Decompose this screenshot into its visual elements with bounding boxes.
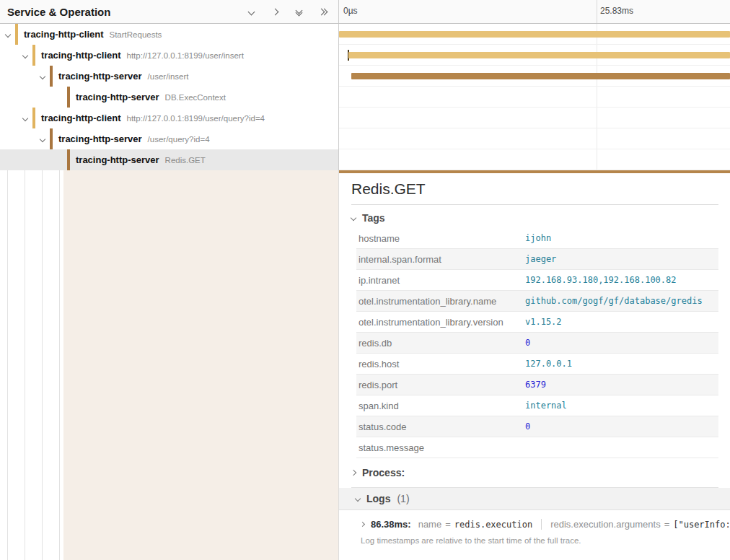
span-tree-cell[interactable]: tracing-http-server Redis.GET: [0, 149, 339, 170]
span-color-bar: [67, 149, 70, 170]
span-color-bar: [32, 108, 35, 128]
tag-value: 6379: [525, 380, 546, 390]
service-name: tracing-http-client: [24, 29, 104, 40]
chevron-down-glyph: [247, 8, 255, 15]
span-tree-cell[interactable]: tracing-http-server /user/insert: [0, 66, 339, 87]
process-label: Process:: [362, 467, 405, 478]
span-color-bar: [50, 128, 53, 149]
process-section-header[interactable]: Process:: [351, 458, 718, 488]
span-row-user-query-client: tracing-http-client http://127.0.0.1:819…: [0, 108, 730, 128]
tag-row: status.message: [356, 437, 718, 458]
collapse-chevron-icon[interactable]: [3, 32, 13, 37]
chevron-down-icon[interactable]: [245, 6, 257, 17]
service-operation-title: Service & Operation: [7, 6, 245, 18]
tags-section-header[interactable]: Tags: [351, 205, 718, 228]
span-detail-row: Redis.GET Tags hostname ijohn internal.s…: [0, 170, 730, 560]
operation-name: StartRequests: [110, 30, 162, 39]
log-field-key: name: [418, 519, 442, 530]
tag-key: status.message: [356, 442, 525, 453]
tag-value: 0: [525, 338, 530, 348]
indent-guide: [25, 170, 25, 560]
tag-key: status.code: [356, 421, 525, 432]
service-operation-header: Service & Operation: [0, 0, 339, 23]
log-field-separator: [541, 519, 542, 530]
service-name: tracing-http-server: [76, 92, 159, 102]
span-timeline-cell: [339, 24, 730, 45]
collapse-chevron-icon[interactable]: [38, 137, 48, 141]
tag-key: ip.intranet: [356, 275, 525, 286]
tag-row: redis.host 127.0.0.1: [356, 354, 718, 375]
span-timeline-cell: [339, 149, 730, 170]
tag-row: otel.instrumentation_library.version v1.…: [356, 312, 718, 333]
trace-viewer: Service & Operation 0µs 25.83ms tracing-…: [0, 0, 730, 560]
service-name: tracing-http-server: [58, 71, 142, 82]
span-color-bar: [32, 45, 35, 66]
operation-name: /user/query?id=4: [148, 135, 210, 144]
operation-name: http://127.0.0.1:8199/user/insert: [127, 51, 244, 60]
double-chevron-right-icon[interactable]: [317, 6, 328, 17]
service-name: tracing-http-server: [58, 134, 142, 144]
tag-value: jaeger: [525, 254, 556, 264]
span-tree-cell[interactable]: tracing-http-client http://127.0.0.1:819…: [0, 45, 339, 66]
tag-value: internal: [525, 401, 567, 411]
span-color-bar: [67, 87, 70, 108]
logs-label: Logs: [366, 493, 390, 504]
span-duration-bar[interactable]: [339, 31, 730, 38]
tag-key: redis.host: [356, 359, 525, 369]
tag-row: redis.port 6379: [356, 375, 718, 395]
double-chevron-down-glyph: [296, 8, 302, 15]
indent-guide: [59, 170, 60, 560]
collapse-chevron-icon[interactable]: [20, 116, 30, 121]
operation-name: Redis.GET: [165, 156, 206, 165]
tag-value: 192.168.93.180,192.168.100.82: [525, 275, 677, 285]
log-field-key: redis.execution.arguments: [550, 519, 660, 530]
log-entry-row[interactable]: 86.38ms: name = redis.execution redis.ex…: [339, 510, 730, 530]
span-row-db-execcontext: tracing-http-server DB.ExecContext: [0, 87, 730, 108]
tag-value: v1.15.2: [525, 317, 562, 327]
span-rows: tracing-http-client StartRequests tracin…: [0, 24, 730, 170]
span-tree-cell[interactable]: tracing-http-server /user/query?id=4: [0, 128, 339, 149]
tag-key: internal.span.format: [356, 254, 525, 265]
tag-value: 0: [525, 421, 530, 432]
service-color-tint: [63, 170, 338, 560]
collapse-chevron-icon[interactable]: [38, 74, 48, 79]
tag-key: hostname: [356, 233, 525, 244]
span-timeline-cell: [339, 128, 730, 149]
tags-label: Tags: [362, 212, 385, 224]
indent-guide: [42, 170, 43, 560]
span-row-user-insert-client: tracing-http-client http://127.0.0.1:819…: [0, 45, 730, 66]
indent-guide: [7, 170, 8, 560]
tags-table: hostname ijohn internal.span.format jaeg…: [356, 228, 718, 458]
tag-row: span.kind internal: [356, 395, 718, 416]
span-color-bar: [50, 66, 53, 87]
span-duration-bar[interactable]: [348, 52, 730, 58]
span-tree-cell[interactable]: tracing-http-client StartRequests: [0, 24, 339, 45]
chevron-right-icon: [351, 470, 356, 476]
tag-row: redis.db 0: [356, 333, 718, 354]
collapse-chevron-icon[interactable]: [20, 53, 30, 58]
double-chevron-down-icon[interactable]: [293, 6, 304, 17]
double-chevron-right-glyph: [319, 9, 327, 14]
chevron-down-icon: [351, 215, 356, 221]
span-timeline-cell: [339, 108, 730, 128]
logs-count: (1): [397, 493, 409, 504]
span-timeline-cell: [339, 66, 730, 87]
operation-name: DB.ExecContext: [165, 93, 226, 102]
tag-key: otel.instrumentation_library.version: [356, 317, 525, 328]
operation-name: http://127.0.0.1:8199/user/query?id=4: [127, 114, 265, 123]
span-detail-title: Redis.GET: [351, 173, 718, 205]
span-duration-bar[interactable]: [351, 73, 730, 79]
timeline-ruler: 0µs 25.83ms: [339, 0, 730, 23]
logs-section-header[interactable]: Logs (1): [339, 488, 730, 510]
tag-key: span.kind: [356, 401, 525, 411]
chevron-right-icon[interactable]: [269, 6, 281, 17]
log-field-value: ["userInfo:4"]: [673, 520, 730, 530]
span-row-startrequests: tracing-http-client StartRequests: [0, 24, 730, 45]
operation-name: /user/insert: [148, 72, 189, 81]
span-row-user-insert-server: tracing-http-server /user/insert: [0, 66, 730, 87]
log-field-equals: =: [445, 519, 451, 530]
span-tree-cell[interactable]: tracing-http-client http://127.0.0.1:819…: [0, 108, 339, 128]
span-row-user-query-server: tracing-http-server /user/query?id=4: [0, 128, 730, 149]
span-tree-cell[interactable]: tracing-http-server DB.ExecContext: [0, 87, 339, 108]
span-detail-indent-area: [0, 170, 339, 560]
